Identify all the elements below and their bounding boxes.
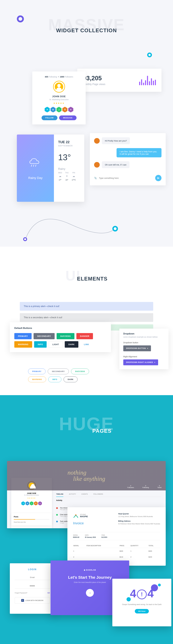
buttons-card: Default Buttons PRIMARY SECONDARY SUCCES…	[10, 322, 111, 352]
brand-name: ◆ DASHLAB	[59, 569, 121, 571]
error-message: Ooops! Something went wrong. Go back to …	[118, 604, 166, 606]
avatar	[53, 81, 65, 92]
home-button[interactable]: 404 Home	[135, 609, 149, 614]
outline-buttons: PRIMARY SECONDARY SUCCESS WARNING INFO D…	[28, 368, 98, 382]
primary-button[interactable]: PRIMARY	[14, 333, 32, 339]
light-button[interactable]: LIGHT	[49, 341, 63, 348]
outline-info-button[interactable]: INFO	[48, 376, 61, 382]
bar-chart-icon	[139, 76, 156, 85]
badge-icon: ✦	[45, 107, 50, 112]
tab-followers[interactable]: FOLLOWERS	[93, 493, 103, 495]
invoice-table: SERIALITEM DESCRIPTIONPRICEQUANTITYTOTAL…	[73, 543, 160, 560]
error-page-preview: 4!4 Ooops! Something went wrong. Go back…	[112, 579, 171, 626]
send-icon	[157, 177, 160, 179]
chat-message-own: I am fine. Danny I need a help from you.…	[117, 148, 161, 157]
decor-circle	[17, 16, 24, 22]
profile-widget: 405 Following • 1690 Followers JOHN DOE …	[32, 72, 86, 124]
avatar	[94, 138, 100, 144]
card-title: Default Buttons	[14, 327, 106, 330]
section-title: ELEMENTS	[77, 276, 107, 282]
outline-secondary-button[interactable]: SECONDARY	[48, 368, 69, 374]
outline-primary-button[interactable]: PRIMARY	[28, 368, 46, 374]
danger-button[interactable]: DANGER	[76, 333, 93, 339]
chat-input[interactable]	[99, 177, 153, 179]
dropdown-card: Dropdown some dropdown example as shown …	[119, 328, 168, 369]
decor-curve	[23, 208, 118, 244]
tab-activity[interactable]: ACTIVITY	[69, 493, 76, 495]
info-button[interactable]: INFO	[34, 341, 47, 348]
go-link[interactable]: GO	[48, 592, 50, 594]
facebook-icon: f	[21, 599, 24, 602]
svg-point-3	[75, 514, 76, 516]
weather-month: SEPTEMBER	[58, 144, 80, 147]
outline-warning-button[interactable]: WARNING	[28, 376, 46, 382]
svg-line-0	[31, 165, 32, 166]
login-page-preview: LOGIN Forgot Password? GO fLOGIN WITH FA…	[10, 563, 55, 614]
facebook-login-button[interactable]: fLOGIN WITH FACEBOOK	[15, 597, 50, 604]
profile-name: JOHN DOE	[37, 95, 81, 98]
login-title: LOGIN	[15, 568, 50, 571]
dropdown-right-button[interactable]: DROPDOWN RIGHT ALIGNED	[123, 360, 158, 365]
dropdown-label: Right Alignment	[123, 356, 164, 358]
card-subtitle: some dropdown example as shown bellow	[123, 336, 164, 338]
outline-success-button[interactable]: SUCCESS	[71, 368, 89, 374]
badge-icon: ⚙	[62, 107, 67, 112]
forecast-row: WED☁17° THU☀22° FRI☁17°C	[58, 172, 80, 181]
forgot-password-link[interactable]: Forgot Password?	[15, 592, 27, 594]
badge-icon: ♬	[56, 107, 62, 112]
start-button[interactable]: →	[86, 589, 94, 597]
email-field[interactable]	[15, 575, 50, 580]
dropdown-button[interactable]: DROPDOWN BUTTON	[123, 346, 151, 351]
password-field[interactable]	[15, 584, 50, 588]
badge-icon: ➤	[68, 107, 73, 112]
link-button[interactable]: LINK	[80, 341, 93, 348]
badge-row: ✦ ◈ ♬ ⚙ ➤	[37, 107, 81, 112]
alert-secondary: This is a secondary alert—check it out!	[20, 313, 153, 322]
profile-title: Sr. Marketing Executive	[37, 98, 81, 100]
invoice-title: Invoice	[73, 521, 88, 525]
hero-title: Let's Start The Journey	[59, 575, 121, 580]
section-title: PAGES	[31, 428, 173, 434]
send-button[interactable]	[155, 175, 161, 181]
decor-circle	[23, 237, 27, 241]
follow-button[interactable]: FOLLOW	[42, 116, 58, 120]
brand-logo-icon	[73, 513, 79, 518]
message-button[interactable]: MESSAGE	[59, 116, 76, 120]
stats-widget: 93,205 Monthly Page views	[77, 69, 161, 92]
section-title: WIDGET COLLECTION	[0, 28, 173, 34]
weather-date: TUE 22	[58, 140, 80, 144]
stats-value: 93,205	[83, 75, 105, 82]
badge-icon: ◈	[51, 107, 56, 112]
avatar	[94, 162, 100, 168]
cloud-rain-icon	[27, 156, 44, 169]
alert-primary: This is a primary alert—check it out!	[20, 302, 153, 311]
outline-dark-button[interactable]: DARK	[64, 376, 78, 382]
dark-button[interactable]: DARK	[65, 341, 78, 348]
chat-widget: Hi Pristly How are you? I am fine. Danny…	[90, 133, 166, 186]
attachment-icon[interactable]: 📎	[94, 177, 97, 179]
tab-events[interactable]: EVENTS	[82, 493, 88, 495]
svg-line-1	[33, 165, 34, 166]
stats-label: Monthly Page views	[83, 83, 105, 86]
chat-message: Hi Pristly How are you?	[102, 137, 130, 144]
caret-down-icon	[154, 362, 155, 363]
chat-message: Oh sure tell me, if i can	[102, 161, 129, 168]
decor-circle	[112, 226, 118, 232]
tab-timeline[interactable]: TIMELINE	[56, 493, 63, 497]
error-code: 4!4	[130, 587, 154, 600]
svg-line-2	[35, 165, 36, 166]
caret-down-icon	[147, 348, 148, 349]
dropdown-label: Dropdown button	[123, 342, 164, 344]
weather-label: Rainy Day	[28, 176, 42, 180]
secondary-button[interactable]: SECONDARY	[34, 333, 55, 339]
weather-widget: Rainy Day TUE 22 SEPTEMBER 13° Rainy WED…	[17, 134, 84, 202]
invoice-page-preview: STUDIOMAGPIE Invoice Head Quarter121 Kin…	[67, 507, 166, 566]
decor-circle	[147, 52, 152, 57]
rating-stars: ★★★★★	[37, 102, 81, 104]
card-title: Dropdown	[123, 332, 164, 335]
hero-subtitle: Enter the most beautiful place of the pl…	[59, 581, 121, 583]
follow-stats: 405 Following • 1690 Followers	[37, 76, 81, 78]
weather-temp: 13° Rainy	[58, 152, 80, 172]
success-button[interactable]: SUCCESS	[57, 333, 74, 339]
warning-button[interactable]: WARNING	[14, 341, 32, 348]
